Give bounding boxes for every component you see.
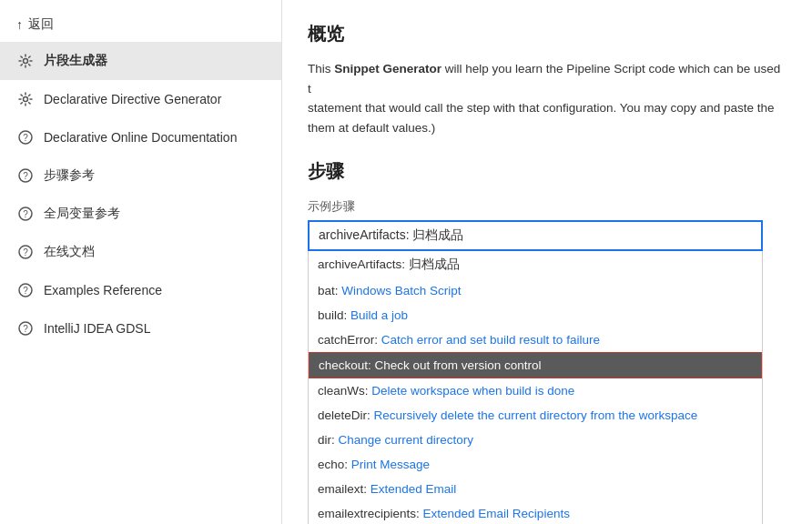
sidebar-item-label: 全局变量参考 — [44, 206, 120, 222]
dropdown-item-checkout[interactable]: checkout: Check out from version control — [309, 352, 762, 378]
svg-text:?: ? — [23, 247, 28, 257]
sidebar-item-label: 步骤参考 — [44, 167, 95, 184]
sidebar-item-label: Declarative Online Documentation — [44, 130, 237, 145]
steps-dropdown: archiveArtifacts: 归档成品bat: Windows Batch… — [308, 251, 763, 524]
dropdown-item-emailext[interactable]: emailext: Extended Email — [309, 477, 762, 501]
svg-text:?: ? — [23, 209, 28, 219]
sidebar-item-intellij-gdsl[interactable]: ? IntelliJ IDEA GDSL — [0, 309, 281, 348]
main-content: 概览 This Snippet Generator will help you … — [282, 0, 812, 524]
question-icon: ? — [16, 128, 35, 146]
question-icon: ? — [16, 281, 35, 299]
overview-paragraph: This Snippet Generator will help you lea… — [308, 59, 787, 137]
sidebar-item-label: Declarative Directive Generator — [44, 92, 221, 106]
steps-input-wrapper: archiveArtifacts: 归档成品bat: Windows Batch… — [308, 220, 763, 524]
dropdown-item-build[interactable]: build: Build a job — [309, 303, 762, 328]
sidebar: ↑ 返回 片段生成器 Declarative Directive Generat… — [0, 0, 282, 524]
back-arrow-icon: ↑ — [16, 17, 23, 32]
sidebar-item-examples-reference[interactable]: ? Examples Reference — [0, 271, 281, 309]
question-icon: ? — [16, 205, 35, 223]
svg-point-0 — [24, 59, 28, 64]
dropdown-item-cleanws[interactable]: cleanWs: Delete workspace when build is … — [309, 378, 762, 403]
svg-text:?: ? — [23, 133, 28, 143]
sidebar-item-steps-reference[interactable]: ? 步骤参考 — [0, 156, 281, 195]
svg-text:?: ? — [23, 324, 28, 334]
snippet-bold: Snippet Generator — [334, 62, 442, 76]
sidebar-item-snippet-generator[interactable]: 片段生成器 — [0, 42, 281, 80]
steps-input[interactable] — [308, 220, 763, 251]
dropdown-item-emailextrecipients[interactable]: emailextrecipients: Extended Email Recip… — [309, 501, 762, 524]
dropdown-item-echo[interactable]: echo: Print Message — [309, 452, 762, 477]
sidebar-item-label: Examples Reference — [44, 283, 162, 297]
question-icon: ? — [16, 243, 35, 261]
back-label: 返回 — [28, 16, 54, 33]
steps-title: 步骤 — [308, 159, 787, 184]
back-button[interactable]: ↑ 返回 — [0, 7, 281, 42]
overview-title: 概览 — [308, 22, 787, 46]
dropdown-item-bat[interactable]: bat: Windows Batch Script — [309, 278, 762, 303]
svg-text:?: ? — [23, 171, 28, 181]
svg-point-1 — [24, 97, 28, 102]
gear-icon — [16, 52, 35, 70]
sidebar-item-label: 片段生成器 — [44, 53, 107, 69]
sidebar-item-online-docs[interactable]: ? 在线文档 — [0, 233, 281, 271]
sidebar-item-declarative-online-doc[interactable]: ? Declarative Online Documentation — [0, 118, 281, 156]
dropdown-item-deletedir[interactable]: deleteDir: Recursively delete the curren… — [309, 403, 762, 428]
sidebar-item-label: IntelliJ IDEA GDSL — [44, 321, 151, 336]
dropdown-item-dir[interactable]: dir: Change current directory — [309, 428, 762, 452]
sidebar-item-global-var-reference[interactable]: ? 全局变量参考 — [0, 195, 281, 233]
question-icon: ? — [16, 319, 35, 338]
sidebar-item-label: 在线文档 — [44, 244, 95, 260]
dropdown-item-catcherror[interactable]: catchError: Catch error and set build re… — [309, 328, 762, 352]
sidebar-item-declarative-directive[interactable]: Declarative Directive Generator — [0, 80, 281, 118]
dropdown-item-archive[interactable]: archiveArtifacts: 归档成品 — [309, 251, 762, 278]
gear-icon — [16, 90, 35, 108]
svg-text:?: ? — [23, 286, 28, 296]
question-icon: ? — [16, 166, 35, 185]
steps-label: 示例步骤 — [308, 198, 787, 215]
